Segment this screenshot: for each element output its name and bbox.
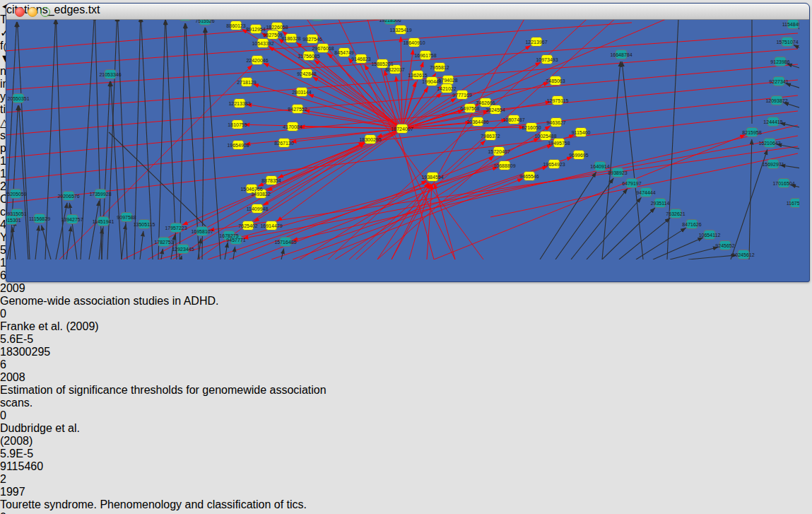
graph-edge	[181, 256, 182, 259]
graph-node-label: 16961758	[414, 53, 436, 58]
graph-node-label: 6479197	[622, 181, 641, 186]
graph-edge	[18, 22, 30, 259]
graph-node-label: 20206576	[57, 194, 79, 199]
graph-node-label: 16648784	[610, 52, 632, 57]
graph-node-label: 9827546	[302, 37, 322, 42]
graph-node-label: 18300295	[359, 137, 381, 142]
graph-node-label: 19384554	[421, 175, 443, 180]
graph-node-label: 2718129	[237, 80, 256, 85]
graph-node-label: 15885201	[371, 62, 393, 66]
graph-edge	[799, 28, 799, 33]
graph-node-label: 8186328	[281, 36, 300, 41]
graph-edge	[56, 203, 67, 259]
graph-node-label: 25205059	[6, 192, 27, 197]
graph-node-label: 10543392	[252, 41, 273, 46]
graph-edge	[540, 172, 596, 259]
graph-edge	[402, 127, 524, 129]
graph-edge	[19, 105, 28, 259]
table-cell-pagerank: 5.6E-5	[0, 333, 85, 346]
table-cell-out_de: 0	[0, 308, 48, 320]
graph-edge	[56, 19, 64, 259]
graph-edge	[209, 146, 798, 230]
graph-edge	[206, 28, 220, 259]
graph-node-label: 13505115	[134, 222, 155, 227]
graph-node-label: 19654908	[227, 143, 249, 148]
close-window-icon[interactable]	[15, 7, 25, 17]
graph-edge	[186, 23, 199, 259]
graph-node-label: 10807487	[502, 117, 524, 122]
graph-node-label: 16914479	[260, 223, 282, 228]
graph-edge	[688, 255, 736, 259]
zoom-window-icon[interactable]	[40, 7, 50, 17]
graph-node-label: 10973493	[536, 57, 558, 62]
table-cell-name: 9115460	[0, 460, 57, 473]
graph-node-label: 16958107	[191, 229, 213, 234]
table-row[interactable]: 911546021997Tourette syndrome. Phenomeno…	[0, 460, 812, 514]
graph-node-label: 15720407	[488, 149, 510, 154]
graph-node-label: 9777169	[452, 93, 471, 98]
graph-node-label: 21053346	[99, 72, 121, 77]
minimize-window-icon[interactable]	[28, 7, 37, 17]
graph-node-label: 10025488	[534, 134, 556, 139]
graph-node-label: 10654112	[699, 233, 721, 238]
graph-node-label: 8471626	[682, 222, 701, 227]
graph-node-label: 7986372	[481, 134, 500, 139]
graph-node-label: 11451941	[93, 219, 114, 224]
table-cell-year: 1997	[0, 486, 48, 498]
graph-node-label: 9474444	[636, 190, 655, 195]
graph-node-label: 17957223	[165, 226, 187, 230]
graph-node-label: 9123986	[770, 59, 789, 64]
graph-edge	[636, 228, 686, 259]
network-view-canvas[interactable]: 9405574276914061065328715276026466160107…	[6, 4, 809, 262]
graph-node-label: 10245612	[732, 252, 754, 257]
graph-edge	[111, 81, 122, 259]
table-cell-out_de: 0	[0, 511, 48, 514]
graph-node-label: 7632621	[666, 211, 685, 216]
graph-node-label: 18724007	[391, 127, 413, 132]
graph-node-label: 20550351	[7, 96, 29, 101]
citation-network-graph[interactable]: 9405574276914061065328715276026466160107…	[6, 4, 799, 259]
graph-node-label: 7462666	[476, 100, 495, 105]
graph-node-label: 6216050	[522, 125, 541, 130]
table-cell-in_degree: 6	[0, 358, 62, 371]
graph-node-label: 6794028	[438, 78, 457, 83]
graph-edge	[225, 243, 228, 259]
graph-edge	[653, 238, 703, 259]
graph-edge	[786, 83, 799, 90]
graph-node-label: 9315051	[7, 211, 26, 216]
graph-node-label: 8215958	[742, 130, 761, 135]
graph-node-label: 1640914	[590, 164, 609, 169]
graph-node-label: 1244415	[763, 119, 782, 124]
table-cell-year: 2009	[0, 282, 48, 295]
table-cell-in_degree: 2	[0, 473, 62, 486]
graph-node-label: 9097588	[117, 215, 136, 220]
graph-edge	[264, 63, 402, 129]
graph-edge	[89, 201, 99, 259]
graph-edge	[161, 249, 163, 259]
graph-node-label: 18226058	[266, 25, 288, 30]
graph-node-label: 8454749	[334, 50, 353, 55]
graph-node-label: 2803144	[292, 90, 311, 95]
graph-edge	[571, 189, 628, 259]
graph-node-label: 1362615	[408, 73, 427, 78]
table-row[interactable]: 1830029562008Estimation of significance …	[0, 346, 812, 460]
graph-node-label: 1167533	[787, 201, 799, 206]
graph-node-label: 3824554	[486, 107, 505, 112]
graph-edge	[59, 65, 252, 259]
graph-edge	[401, 37, 402, 129]
graph-node-label: 8938923	[608, 170, 627, 175]
graph-node-label: 18640910	[403, 40, 425, 45]
graph-node-label: 9463627	[546, 120, 565, 125]
graph-node-label: 9245652	[715, 243, 734, 248]
table-cell-name: 18300295	[0, 346, 57, 358]
graph-edge	[619, 218, 670, 259]
graph-edge	[243, 136, 798, 238]
graph-node-label: 9827509	[263, 33, 282, 37]
graph-node-label: 9457771	[226, 238, 245, 243]
window-titlebar[interactable]: citations_edges.txt	[6, 4, 809, 20]
graph-node-label: 1782753	[154, 240, 173, 245]
graph-node-label: 11409948	[247, 206, 269, 211]
graph-node-label: 17016504	[772, 181, 794, 186]
graph-edge	[12, 227, 16, 259]
graph-node-label: 20364486	[466, 119, 488, 124]
